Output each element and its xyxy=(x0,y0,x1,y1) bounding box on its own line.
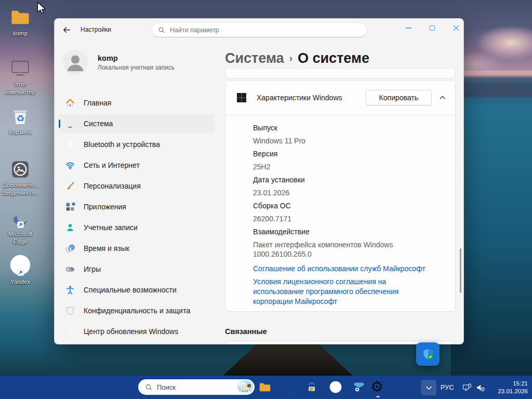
sidebar-item-label: Конфиденциальность и защита xyxy=(84,307,190,315)
sidebar-item-label: Игры xyxy=(84,265,101,273)
desktop-icon-label: компьютер xyxy=(5,89,35,95)
desktop-icon-photo-info[interactable]: Дополните... сведения о... xyxy=(0,157,41,197)
gamepad-icon xyxy=(65,264,75,274)
desktop-icon-label: komp xyxy=(13,30,28,36)
desktop-icon-label: Microsoft xyxy=(8,231,33,237)
sidebar-item-system[interactable]: Система xyxy=(59,114,215,133)
field-value: 26200.7171 xyxy=(253,214,424,223)
home-icon xyxy=(65,98,75,108)
settings-sidebar: komp Локальная учетная запись Главная Си… xyxy=(55,39,219,344)
start-button[interactable] xyxy=(118,381,131,394)
search-icon xyxy=(158,26,165,34)
desktop-icon-label: Дополните... xyxy=(3,182,37,188)
wifi-icon xyxy=(65,160,75,170)
minimize-button[interactable] xyxy=(398,19,419,37)
yandex-icon[interactable] xyxy=(329,380,342,394)
apps-icon xyxy=(65,202,75,212)
breadcrumb-separator: › xyxy=(289,52,292,63)
desktop-icon-edge[interactable]: Microsoft Edge xyxy=(0,206,41,246)
field-label: Взаимодействие xyxy=(253,227,447,236)
scrollbar-thumb[interactable] xyxy=(460,248,461,293)
edge-icon[interactable] xyxy=(282,380,295,394)
field-label: Выпуск xyxy=(253,123,447,132)
wallpaper-clouds xyxy=(457,0,532,78)
sidebar-item-apps[interactable]: Приложения xyxy=(59,197,215,216)
settings-search-box[interactable] xyxy=(151,22,367,37)
sidebar-item-label: Приложения xyxy=(84,203,126,211)
taskbar-search-input[interactable] xyxy=(157,383,233,391)
network-icon[interactable] xyxy=(462,382,472,393)
specs-card-body: Выпуск Windows 11 Pro Версия 25H2 Дата у… xyxy=(225,115,455,311)
related-heading: Связанные xyxy=(225,327,463,336)
tray-chevron-button[interactable] xyxy=(421,380,436,395)
maximize-button[interactable] xyxy=(422,19,443,37)
sidebar-item-gaming[interactable]: Игры xyxy=(59,260,215,278)
titlebar[interactable]: Настройки xyxy=(55,19,463,39)
tray-time: 15:21 xyxy=(498,380,528,388)
sidebar-item-label: Bluetooth и устройства xyxy=(84,140,160,149)
sidebar-item-privacy[interactable]: Конфиденциальность и защита xyxy=(59,301,215,320)
license-terms-link[interactable]: Условия лицензионного соглашения на испо… xyxy=(253,277,434,307)
windows-logo-icon xyxy=(236,92,247,103)
outlook-icon[interactable] xyxy=(352,380,366,394)
chevron-down-icon xyxy=(425,384,433,391)
microsoft-store-icon[interactable] xyxy=(305,380,318,394)
field-value: 25H2 xyxy=(253,162,424,171)
shortcut-arrow-icon xyxy=(17,221,24,228)
sidebar-item-personalization[interactable]: Персонализация xyxy=(59,177,215,195)
taskbar-search-box[interactable] xyxy=(138,379,255,395)
desktop-icon-label: Корзина xyxy=(9,129,32,135)
settings-gear-icon[interactable]: ⚙ xyxy=(370,378,383,396)
copy-button[interactable]: Копировать xyxy=(366,90,432,105)
accessibility-icon xyxy=(65,285,75,295)
sidebar-item-time-language[interactable]: Время и язык xyxy=(59,239,215,258)
search-icon xyxy=(145,383,153,391)
services-agreement-link[interactable]: Соглашение об использовании служб Майкро… xyxy=(253,264,434,274)
sidebar-item-label: Учетные записи xyxy=(84,223,138,232)
close-button[interactable] xyxy=(446,19,464,37)
field-label: Версия xyxy=(253,149,447,158)
sidebar-item-home[interactable]: Главная xyxy=(59,94,215,112)
sidebar-item-label: Главная xyxy=(84,99,111,107)
file-explorer-icon[interactable] xyxy=(258,380,272,394)
clock-globe-icon xyxy=(65,243,75,254)
desktop-icon-label: Этот xyxy=(14,81,27,87)
photo-icon xyxy=(10,159,31,180)
taskbar: ⚙ РУС 15:21 23.01.2026 xyxy=(0,376,532,399)
sidebar-item-accessibility[interactable]: Специальные возможности xyxy=(59,281,215,299)
computer-icon xyxy=(9,57,31,79)
volume-muted-icon[interactable] xyxy=(475,382,486,393)
folder-icon xyxy=(9,6,31,28)
sidebar-item-bluetooth[interactable]: Bluetooth и устройства xyxy=(59,135,215,154)
back-button[interactable] xyxy=(61,24,72,35)
sidebar-item-network[interactable]: Сеть и Интернет xyxy=(59,156,215,175)
user-name: komp xyxy=(98,54,175,62)
specs-card-header[interactable]: Характеристики Windows Копировать xyxy=(225,81,455,115)
desktop-icon-yandex[interactable]: Yandex xyxy=(0,254,41,286)
tray-clock[interactable]: 15:21 23.01.2026 xyxy=(498,380,528,395)
desktop: komp Этот компьютер Корзина Дополните...… xyxy=(0,0,532,399)
sidebar-item-label: Центр обновления Windows xyxy=(84,327,178,336)
sidebar-item-label: Специальные возможности xyxy=(84,286,177,294)
settings-window: Настройки komp Локальная учетная запись xyxy=(54,18,464,344)
sidebar-item-label: Система xyxy=(84,119,113,128)
desktop-icon-this-pc[interactable]: Этот компьютер xyxy=(0,56,41,96)
maximize-icon xyxy=(430,25,435,31)
back-arrow-icon xyxy=(62,25,71,34)
desktop-icon-label: Yandex xyxy=(10,278,30,285)
chevron-up-icon[interactable] xyxy=(438,94,447,102)
sidebar-item-accounts[interactable]: Учетные записи xyxy=(59,218,215,237)
user-card[interactable]: komp Локальная учетная запись xyxy=(63,50,219,75)
language-indicator[interactable]: РУС xyxy=(441,384,454,391)
breadcrumb-parent[interactable]: Система xyxy=(225,50,284,66)
sidebar-item-windows-update[interactable]: Центр обновления Windows xyxy=(59,322,215,341)
user-icon xyxy=(65,222,75,233)
specs-card-title: Характеристики Windows xyxy=(257,94,366,102)
mouse-cursor xyxy=(34,1,48,15)
settings-search-input[interactable] xyxy=(170,26,361,34)
update-icon xyxy=(65,326,75,337)
windows-security-icon[interactable] xyxy=(421,348,435,361)
tray-date: 23.01.2026 xyxy=(498,388,528,395)
desktop-icon-recycle-bin[interactable]: Корзина xyxy=(0,104,41,136)
window-title: Настройки xyxy=(81,26,111,33)
